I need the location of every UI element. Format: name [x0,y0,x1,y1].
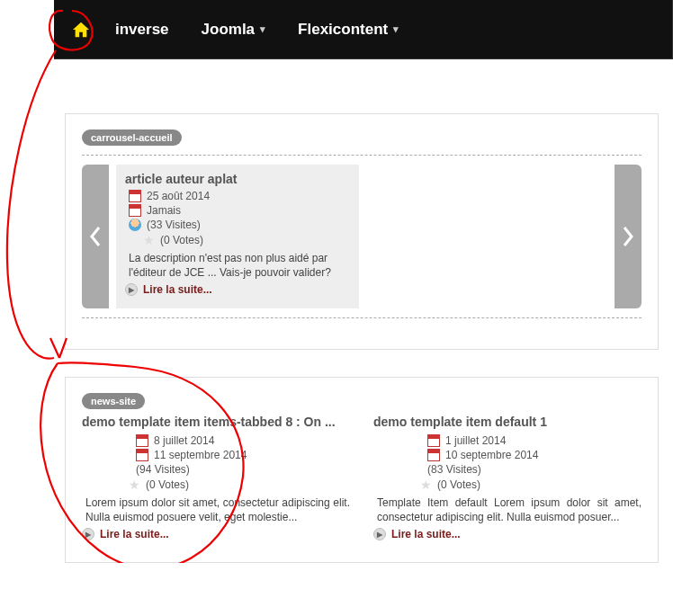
carousel-card: article auteur aplat 25 août 2014 Jamais… [116,165,359,308]
panel-badge: news-site [82,393,145,409]
item-title: demo template item default 1 [373,415,642,429]
calendar-icon [129,190,141,202]
nav-joomla[interactable]: Joomla▾ [185,21,283,39]
star-icon: ★ [420,478,432,492]
votes: (0 Votes) [437,478,480,491]
calendar-icon [136,449,148,461]
calendar-icon [136,434,148,447]
date-modified: Jamais [147,204,181,217]
chevron-right-icon [622,226,634,247]
play-icon: ▶ [82,528,94,540]
date-created: 25 août 2014 [147,190,210,202]
calendar-icon [427,449,440,461]
chevron-down-icon: ▾ [260,23,265,35]
readmore-link[interactable]: ▶Lire la suite... [373,528,642,540]
date-created: 8 juillet 2014 [154,434,214,447]
carrousel-panel: carrousel-accueil article auteur aplat 2… [65,113,659,350]
play-icon: ▶ [373,528,386,540]
star-icon: ★ [143,233,155,247]
calendar-icon [129,204,141,217]
home-icon [71,21,91,39]
card-title: article auteur aplat [125,172,350,186]
date-created: 1 juillet 2014 [445,434,506,447]
chevron-down-icon: ▾ [393,23,399,35]
divider [82,155,642,156]
news-panel: news-site demo template item items-tabbe… [65,377,659,563]
carousel: article auteur aplat 25 août 2014 Jamais… [82,165,642,308]
card-desc: La description n'est pas non plus aidé p… [129,251,350,280]
visits: (83 Visites) [427,463,481,476]
readmore-link[interactable]: ▶Lire la suite... [82,528,350,540]
readmore-link[interactable]: ▶Lire la suite... [125,283,350,296]
news-item-right: demo template item default 1 1 juillet 2… [373,415,642,540]
play-icon: ▶ [125,283,138,296]
top-nav: inverse Joomla▾ Flexicontent▾ [54,0,673,59]
carousel-prev[interactable] [82,165,109,308]
votes: (0 Votes) [160,234,203,246]
carousel-next[interactable] [615,165,642,308]
item-desc: Lorem ipsum dolor sit amet, consectetur … [85,495,350,524]
visits: (33 Visites) [147,219,201,231]
chevron-left-icon [89,226,102,247]
item-title: demo template item items-tabbed 8 : On .… [82,415,350,429]
votes: (0 Votes) [146,478,189,491]
divider [82,317,642,318]
visits: (94 Visites) [136,463,190,476]
nav-flexicontent[interactable]: Flexicontent▾ [282,21,415,39]
news-item-left: demo template item items-tabbed 8 : On .… [82,415,350,540]
nav-inverse[interactable]: inverse [99,21,185,39]
item-desc: Template Item default Lorem ipsum dolor … [377,495,642,524]
person-icon [129,219,141,231]
panel-badge: carrousel-accueil [82,129,182,146]
star-icon: ★ [129,478,140,492]
home-button[interactable] [63,12,99,48]
calendar-icon [427,434,440,447]
date-modified: 10 septembre 2014 [445,449,538,461]
date-modified: 11 septembre 2014 [154,449,247,461]
